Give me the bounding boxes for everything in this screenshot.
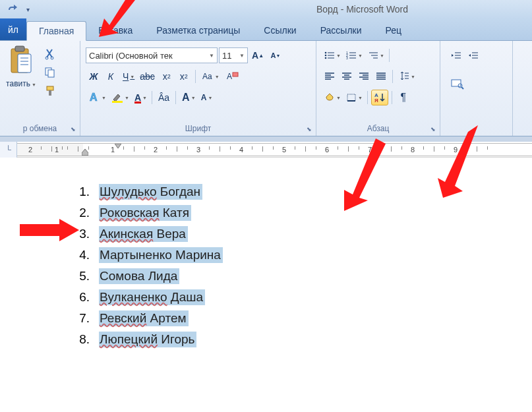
list-text[interactable]: Шулудько Богдан (99, 184, 202, 200)
window-title: Ворд - Microsoft Word (316, 4, 408, 15)
separator (152, 91, 152, 104)
list-text[interactable]: Люпецкий Игорь (99, 332, 196, 347)
svg-rect-1 (15, 46, 24, 51)
ruler-track[interactable]: 21123456789 (17, 143, 532, 156)
bullet-list-button[interactable]: ▼ (322, 47, 342, 63)
ruler-number: 2 (154, 146, 158, 154)
line-spacing-button[interactable]: ▼ (396, 69, 417, 84)
svg-text:A: A (227, 72, 232, 81)
group-label-editing (448, 131, 507, 134)
list-text[interactable]: Вулканенко Даша (99, 289, 205, 305)
font-color-button[interactable]: A▼ (132, 90, 148, 105)
first-line-indent-marker[interactable] (115, 144, 121, 149)
svg-rect-10 (47, 86, 53, 90)
tab-page-layout[interactable]: Разметка страницы (144, 20, 252, 40)
shading-button[interactable]: ▼ (322, 90, 342, 105)
grow-font-button[interactable]: A▲ (249, 47, 266, 63)
clear-formatting-button[interactable]: A (223, 69, 242, 84)
font-name-combo[interactable]: Calibri (Основной тек ▼ (86, 47, 218, 63)
show-hide-marks-button[interactable]: ¶ (396, 90, 411, 105)
list-item[interactable]: 7.Ревский Артем (73, 310, 532, 326)
list-text[interactable]: Роковская Катя (99, 205, 191, 221)
list-item[interactable]: 3.Акинская Вера (73, 226, 532, 242)
tab-selector[interactable]: └ (0, 142, 17, 158)
font-launcher[interactable]: ⬊ (305, 125, 314, 134)
tab-review[interactable]: Рец (374, 20, 414, 40)
hanging-indent-marker[interactable] (82, 149, 88, 156)
separator (367, 91, 368, 104)
ribbon: тавить▼ р обмена ⬊ Calibri (Основной (0, 41, 532, 136)
list-item[interactable]: 4.Мартыненко Марина (73, 247, 532, 263)
sort-button[interactable]: АЯ (371, 90, 388, 105)
borders-button[interactable]: ▼ (343, 90, 364, 105)
paste-button[interactable]: тавить▼ (5, 45, 37, 111)
find-button[interactable] (448, 76, 467, 92)
separator (175, 91, 176, 104)
title-bar: ▾ Ворд - Microsoft Word (0, 0, 532, 18)
group-clipboard: тавить▼ р обмена ⬊ (0, 41, 80, 136)
list-item[interactable]: 2.Роковская Катя (73, 205, 532, 221)
align-center-button[interactable] (339, 69, 355, 84)
separator (392, 70, 393, 83)
list-number: 3. (73, 227, 99, 241)
character-scaling-button[interactable]: Âa (156, 90, 172, 105)
tab-references[interactable]: Ссылки (252, 20, 308, 40)
qat-dropdown-icon[interactable]: ▾ (21, 3, 34, 16)
list-text[interactable]: Сомова Лида (99, 268, 179, 284)
numbered-list: 1.Шулудько Богдан2.Роковская Катя3.Акинс… (73, 184, 532, 347)
highlight-button[interactable]: ▼ (109, 90, 131, 105)
cut-button[interactable] (41, 45, 59, 63)
svg-point-17 (325, 52, 327, 54)
font-button-small[interactable]: A▼ (198, 90, 214, 105)
copy-button[interactable] (41, 63, 59, 82)
list-item[interactable]: 5.Сомова Лида (73, 268, 532, 284)
list-number: 7. (73, 311, 99, 326)
group-paragraph: ▼ 123▼ ▼ (316, 41, 440, 136)
separator (389, 49, 390, 62)
text-effects-button[interactable]: A▼ (86, 90, 107, 105)
list-item[interactable]: 1.Шулудько Богдан (73, 184, 532, 200)
numbered-list-button[interactable]: 123▼ (343, 47, 364, 63)
strikethrough-button[interactable]: abc (137, 69, 158, 84)
change-case-button[interactable]: Aa▼ (199, 69, 222, 84)
align-right-button[interactable] (356, 69, 372, 84)
ruler-number: 3 (196, 146, 200, 154)
list-text[interactable]: Ревский Артем (99, 310, 189, 326)
subscript-button[interactable]: x2 (159, 69, 175, 84)
clipboard-mini-buttons (41, 45, 59, 111)
qat-redo-icon[interactable] (5, 3, 18, 16)
italic-button[interactable]: К (103, 69, 119, 84)
font-button-large[interactable]: A▼ (179, 90, 197, 105)
chevron-down-icon: ▼ (32, 82, 36, 87)
font-size-combo[interactable]: 11 ▼ (219, 47, 248, 63)
clipboard-launcher[interactable]: ⬊ (69, 125, 78, 134)
tab-home[interactable]: Главная (26, 21, 86, 41)
increase-indent-button[interactable] (465, 47, 481, 63)
svg-marker-64 (115, 144, 121, 148)
multilevel-list-button[interactable]: ▼ (365, 47, 386, 63)
svg-rect-51 (347, 94, 355, 101)
decrease-indent-button[interactable] (448, 47, 464, 63)
shrink-font-button[interactable]: A▼ (268, 47, 283, 63)
list-item[interactable]: 6.Вулканенко Даша (73, 289, 532, 305)
align-left-button[interactable] (322, 69, 338, 84)
format-painter-button[interactable] (41, 82, 59, 100)
svg-rect-61 (452, 80, 461, 86)
tab-file[interactable]: йл (0, 18, 26, 40)
paragraph-launcher[interactable]: ⬊ (429, 125, 438, 134)
tab-insert[interactable]: Вставка (86, 20, 144, 40)
tab-mailings[interactable]: Рассылки (309, 20, 374, 40)
svg-point-19 (325, 55, 327, 57)
underline-button[interactable]: Ч▼ (120, 69, 136, 84)
bold-button[interactable]: Ж (86, 69, 102, 84)
list-text[interactable]: Акинская Вера (99, 226, 188, 242)
svg-text:Aa: Aa (202, 72, 212, 81)
justify-button[interactable] (373, 69, 389, 84)
list-item[interactable]: 8.Люпецкий Игорь (73, 332, 532, 347)
document-area[interactable]: 1.Шулудько Богдан2.Роковская Катя3.Акинс… (0, 158, 532, 347)
horizontal-ruler[interactable]: └ 21123456789 (0, 142, 532, 158)
svg-text:3: 3 (346, 56, 348, 60)
svg-point-21 (325, 57, 327, 59)
list-text[interactable]: Мартыненко Марина (99, 247, 223, 263)
superscript-button[interactable]: x2 (176, 69, 192, 84)
